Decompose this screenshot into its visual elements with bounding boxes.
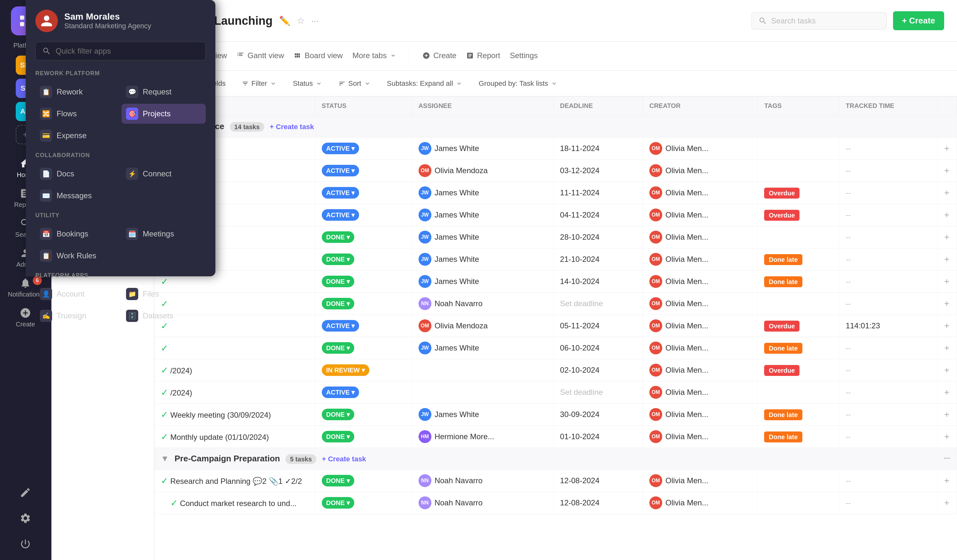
subtasks-btn[interactable]: Subtasks: Expand all: [382, 76, 467, 91]
add-row-btn[interactable]: +: [944, 143, 949, 153]
rework-icon: 📋: [40, 86, 52, 98]
status-badge[interactable]: DONE ▾: [322, 276, 354, 287]
status-badge[interactable]: ACTIVE ▾: [322, 209, 359, 221]
status-badge[interactable]: DONE ▾: [322, 298, 354, 309]
th-tags: TAGS: [758, 96, 839, 116]
add-row-btn[interactable]: +: [944, 254, 949, 264]
creator-avatar: OM: [649, 275, 662, 288]
create-task-link-1[interactable]: + Create task: [270, 123, 314, 131]
status-badge[interactable]: DONE ▾: [322, 342, 354, 354]
section-more-btn[interactable]: ···: [944, 454, 950, 463]
th-tracked: TRACKED TIME: [839, 96, 937, 116]
app-truesign[interactable]: ✍️ Truesign: [35, 306, 120, 326]
assignee-avatar: JW: [418, 342, 431, 354]
app-account[interactable]: 👤 Account: [35, 284, 120, 304]
status-badge[interactable]: DONE ▾: [322, 409, 354, 420]
status-badge[interactable]: DONE ▾: [322, 475, 354, 486]
status-badge[interactable]: DONE ▾: [322, 497, 354, 509]
app-messages-label: Messages: [57, 191, 92, 200]
more-options-icon[interactable]: ···: [311, 16, 319, 26]
sort-btn[interactable]: Sort: [334, 76, 376, 91]
status-badge[interactable]: DONE ▾: [322, 431, 354, 442]
docs-icon: 📄: [40, 168, 52, 180]
add-row-btn[interactable]: +: [944, 210, 949, 220]
app-files-label: Files: [143, 289, 159, 298]
add-row-btn[interactable]: +: [944, 166, 949, 175]
add-row-btn[interactable]: +: [944, 276, 949, 286]
status-badge[interactable]: IN REVIEW ▾: [322, 364, 370, 376]
app-connect[interactable]: ⚡ Connect: [122, 164, 206, 184]
app-datasets[interactable]: 🗄️ Datasets: [122, 306, 206, 326]
app-projects-label: Projects: [143, 109, 171, 118]
tab-more-tabs[interactable]: More tabs: [352, 48, 396, 64]
sort-label: Sort: [348, 79, 361, 88]
sidebar-item-settings[interactable]: [20, 509, 31, 528]
platform-apps-grid: 👤 Account 📁 Files ✍️ Truesign 🗄️ Dataset…: [35, 284, 206, 326]
add-row-btn[interactable]: +: [944, 475, 949, 486]
add-row-btn[interactable]: +: [944, 432, 949, 442]
app-expense[interactable]: 💳 Expense: [35, 126, 120, 145]
assignee-cell: JWJames White: [412, 337, 553, 359]
th-add: [938, 96, 957, 116]
svg-rect-0: [20, 16, 24, 20]
app-bookings[interactable]: 📅 Bookings: [35, 224, 120, 244]
add-row-btn[interactable]: +: [944, 343, 949, 353]
add-row-btn[interactable]: +: [944, 498, 949, 508]
app-rework[interactable]: 📋 Rework: [35, 82, 120, 102]
grouped-by-btn[interactable]: Grouped by: Task lists: [474, 76, 562, 91]
assignee-cell: OMOlivia Mendoza: [412, 315, 553, 337]
search-tasks-input[interactable]: Search tasks: [752, 12, 887, 30]
app-request[interactable]: 💬 Request: [122, 82, 206, 102]
add-row-btn[interactable]: +: [944, 409, 949, 419]
app-flows[interactable]: 🔀 Flows: [35, 104, 120, 124]
assignee-avatar: JW: [418, 186, 431, 199]
assignee-avatar: JW: [418, 253, 431, 266]
add-row-btn[interactable]: +: [944, 232, 949, 242]
add-row-btn[interactable]: +: [944, 365, 949, 375]
create-button[interactable]: + Create: [893, 11, 944, 30]
add-row-btn[interactable]: +: [944, 298, 949, 308]
add-row-btn[interactable]: +: [944, 387, 949, 397]
status-badge[interactable]: ACTIVE ▾: [322, 143, 359, 154]
add-row-btn[interactable]: +: [944, 321, 949, 331]
tab-gantt-view[interactable]: Gantt view: [237, 48, 284, 64]
tab-report[interactable]: Report: [466, 48, 500, 64]
app-files[interactable]: 📁 Files: [122, 284, 206, 304]
add-row-btn[interactable]: +: [944, 188, 949, 197]
tab-settings[interactable]: Settings: [510, 48, 538, 64]
status-badge[interactable]: DONE ▾: [322, 231, 354, 243]
tab-board-view[interactable]: Board view: [294, 48, 343, 64]
status-badge[interactable]: ACTIVE ▾: [322, 386, 359, 398]
status-badge[interactable]: ACTIVE ▾: [322, 320, 359, 331]
assignee-avatar: NN: [418, 297, 431, 310]
app-projects[interactable]: 🎯 Projects: [122, 104, 206, 124]
assignee-cell: OMOlivia Mendoza: [412, 160, 553, 182]
table-header-row: TASK STATUS ASSIGNEE DEADLINE CREATOR TA…: [154, 96, 957, 116]
status-badge[interactable]: ACTIVE ▾: [322, 187, 359, 199]
section-chevron-2[interactable]: ▼: [161, 454, 169, 463]
deadline-cell: 28-10-2024: [554, 226, 643, 248]
tab-create[interactable]: Create: [422, 48, 456, 64]
sidebar-item-edit[interactable]: [20, 483, 31, 502]
status-btn[interactable]: Status: [288, 76, 327, 91]
app-datasets-label: Datasets: [143, 311, 173, 320]
app-bookings-label: Bookings: [57, 229, 88, 238]
tags-cell: [758, 160, 839, 182]
star-icon[interactable]: ☆: [297, 16, 305, 26]
tags-cell: [758, 226, 839, 248]
app-meetings[interactable]: 🗓️ Meetings: [122, 224, 206, 244]
app-docs[interactable]: 📄 Docs: [35, 164, 120, 184]
filter-btn[interactable]: Filter: [237, 76, 282, 91]
app-workrules[interactable]: 📋 Work Rules: [35, 246, 120, 266]
quick-filter-search[interactable]: [35, 42, 206, 60]
app-messages[interactable]: ✉️ Messages: [35, 186, 120, 206]
quick-filter-input[interactable]: [55, 47, 199, 55]
table-row: ✓ DONE ▾ NNNoah Navarro Set deadline OMO…: [154, 293, 957, 315]
sidebar-item-power[interactable]: [20, 534, 31, 554]
edit-title-icon[interactable]: ✏️: [279, 16, 290, 26]
creator-cell: OMOlivia Men...: [643, 426, 758, 448]
status-badge[interactable]: DONE ▾: [322, 254, 354, 265]
status-badge[interactable]: ACTIVE ▾: [322, 165, 359, 177]
donelate-tag: Done late: [764, 432, 802, 442]
create-task-link-2[interactable]: + Create task: [322, 455, 366, 463]
